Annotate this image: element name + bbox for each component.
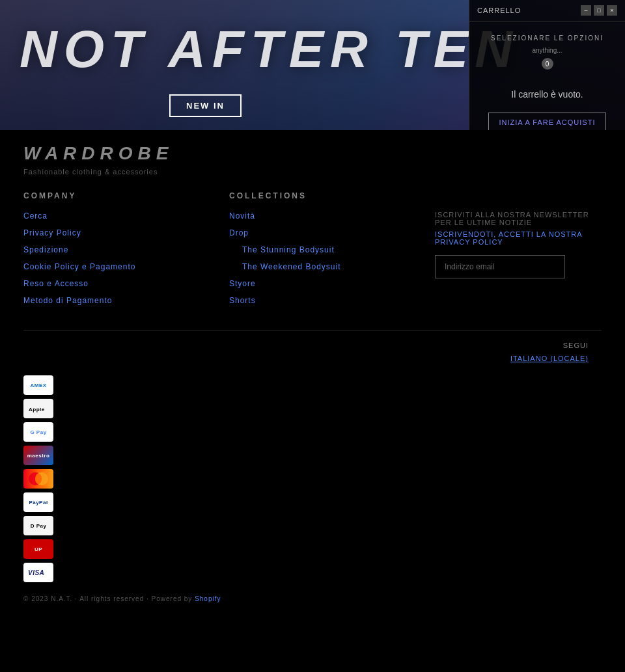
cart-shop-button[interactable]: INIZIA A FARE ACQUISTI xyxy=(488,113,607,130)
social-label: SEGUI xyxy=(563,342,589,349)
cart-empty-message: Il carrello è vuoto. xyxy=(511,89,583,100)
cart-body: SELEZIONARE LE OPZIONI anything... 0 Il … xyxy=(469,21,625,130)
payment-visa: VISA xyxy=(23,563,53,582)
copyright-text: © 2023 N.A.T. · All rights reserved · Po… xyxy=(23,595,192,602)
collections-links-list: Novità Drop The Stunning Bodysuit The We… xyxy=(229,209,396,306)
collection-link-novita[interactable]: Novità xyxy=(229,211,255,221)
list-item: The Stunning Bodysuit xyxy=(229,243,396,255)
company-link-reso[interactable]: Reso e Accesso xyxy=(23,279,89,288)
social-row: SEGUI xyxy=(23,342,602,349)
language-row: ITALIANO (LOCALE) xyxy=(23,355,602,362)
svg-text:Apple: Apple xyxy=(29,407,45,412)
payment-unionpay: UP xyxy=(23,539,53,559)
copyright-section: © 2023 N.A.T. · All rights reserved · Po… xyxy=(23,595,602,602)
cart-badge: 0 xyxy=(542,58,553,70)
wardrobe-subtitle: Fashionable clothing & accessories xyxy=(23,168,602,176)
collection-link-drop[interactable]: Drop xyxy=(229,228,249,237)
payment-maestro: maestro xyxy=(23,446,53,465)
newsletter-privacy-link[interactable]: PRIVACY POLICY xyxy=(435,238,503,246)
list-item: Reso e Accesso xyxy=(23,277,190,289)
company-link-cookie[interactable]: Cookie Policy e Pagamento xyxy=(23,262,135,271)
cart-mini-buttons: – □ × xyxy=(581,5,617,16)
list-item: Novità xyxy=(229,209,396,221)
list-item: Cerca xyxy=(23,209,190,221)
copyright-shopify-link[interactable]: Shopify xyxy=(195,595,221,602)
page-body: WARDROBE Fashionable clothing & accessor… xyxy=(0,130,625,628)
svg-point-3 xyxy=(35,474,42,484)
list-item: Shorts xyxy=(229,294,396,306)
collection-link-styore[interactable]: Styore xyxy=(229,279,256,288)
newsletter-column: ISCRIVITI ALLA NOSTRA NEWSLETTER PER LE … xyxy=(435,191,602,311)
cart-expand-button[interactable]: □ xyxy=(594,5,604,16)
wardrobe-section: WARDROBE Fashionable clothing & accessor… xyxy=(23,143,602,176)
list-item: Spedizione xyxy=(23,243,190,255)
company-link-cerca[interactable]: Cerca xyxy=(23,211,48,221)
company-column: COMPANY Cerca Privacy Policy Spedizione … xyxy=(23,191,190,311)
cart-label: CARRELLO xyxy=(477,7,521,14)
list-item: Metodo di Pagamento xyxy=(23,294,190,306)
company-link-privacy[interactable]: Privacy Policy xyxy=(23,228,81,237)
payment-paypal: PayPal xyxy=(23,492,53,512)
cart-search-placeholder: anything... xyxy=(532,47,562,54)
list-item: Privacy Policy xyxy=(23,226,190,238)
company-links-list: Cerca Privacy Policy Spedizione Cookie P… xyxy=(23,209,190,306)
payment-google-pay: G Pay xyxy=(23,422,53,442)
company-link-spedizione[interactable]: Spedizione xyxy=(23,245,68,254)
newsletter-text-1: ISCRIVITI ALLA NOSTRA NEWSLETTER PER LE … xyxy=(435,211,602,226)
cart-options-label: SELEZIONARE LE OPZIONI xyxy=(491,34,604,42)
newsletter-text-2-prefix: ISCRIVENDOTI, ACCETTI LA NOSTRA xyxy=(435,230,582,238)
collections-column: COLLECTIONS Novità Drop The Stunning Bod… xyxy=(229,191,396,311)
cart-header: CARRELLO – □ × xyxy=(469,0,625,21)
payment-methods-section: AMEX Apple G Pay maestro PayPal D Pay UP… xyxy=(23,375,602,582)
newsletter-email-input[interactable] xyxy=(435,255,565,278)
list-item: Drop xyxy=(229,226,396,238)
newsletter-text-2: ISCRIVENDOTI, ACCETTI LA NOSTRA PRIVACY … xyxy=(435,230,602,246)
newsletter-section: ISCRIVITI ALLA NOSTRA NEWSLETTER PER LE … xyxy=(435,211,602,278)
cart-minimize-button[interactable]: – xyxy=(581,5,591,16)
list-item: Styore xyxy=(229,277,396,289)
payment-amex: AMEX xyxy=(23,375,53,395)
list-item: The Weekened Bodysuit xyxy=(229,260,396,272)
collection-link-shorts[interactable]: Shorts xyxy=(229,296,256,305)
cart-close-button[interactable]: × xyxy=(607,5,617,16)
collection-link-stunning[interactable]: The Stunning Bodysuit xyxy=(229,245,335,254)
wardrobe-title: WARDROBE xyxy=(23,143,602,164)
footer-columns: COMPANY Cerca Privacy Policy Spedizione … xyxy=(23,191,602,311)
language-selector[interactable]: ITALIANO (LOCALE) xyxy=(510,355,589,362)
payment-apple-pay: Apple xyxy=(23,399,53,418)
company-link-metodo[interactable]: Metodo di Pagamento xyxy=(23,296,112,305)
payment-mastercard xyxy=(23,469,53,489)
company-col-title: COMPANY xyxy=(23,191,190,200)
hero-title: NOT AFTER TEN xyxy=(20,20,519,79)
list-item: Cookie Policy e Pagamento xyxy=(23,260,190,272)
svg-text:VISA: VISA xyxy=(28,569,44,576)
divider xyxy=(23,330,602,331)
new-in-button[interactable]: NEW IN xyxy=(169,94,242,117)
payment-dpay: D Pay xyxy=(23,516,53,535)
hero-section: NOT AFTER TEN NEW IN CARRELLO – □ × SELE… xyxy=(0,0,625,130)
collections-col-title: COLLECTIONS xyxy=(229,191,396,200)
collection-link-weekend[interactable]: The Weekened Bodysuit xyxy=(229,262,341,271)
cart-panel: CARRELLO – □ × SELEZIONARE LE OPZIONI an… xyxy=(469,0,625,130)
